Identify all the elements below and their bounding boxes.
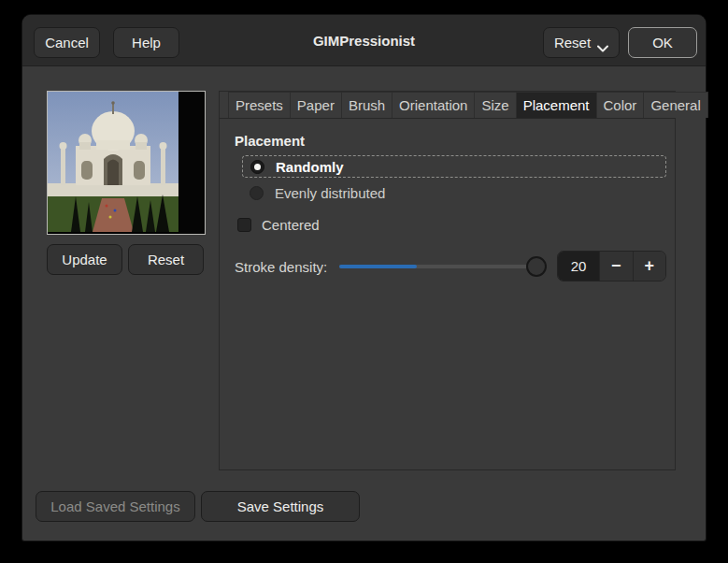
reset-menu-label: Reset — [554, 35, 591, 51]
preview-image — [48, 92, 178, 232]
checkbox-unchecked-icon — [237, 218, 251, 232]
cancel-button[interactable]: Cancel — [34, 27, 100, 58]
settings-notebook: Presets Paper Brush Orientation Size Pla… — [219, 91, 676, 470]
radio-evenly-label: Evenly distributed — [275, 185, 385, 201]
preview-reset-button[interactable]: Reset — [128, 244, 204, 275]
tab-color[interactable]: Color — [596, 92, 645, 118]
radio-off-icon — [250, 186, 264, 200]
slider-fill — [339, 265, 417, 268]
centered-label: Centered — [262, 217, 320, 233]
stroke-density-slider[interactable] — [339, 252, 540, 282]
tab-presets[interactable]: Presets — [228, 92, 291, 118]
reset-menu-button[interactable]: Reset — [543, 27, 620, 58]
preview-frame — [47, 91, 206, 235]
load-saved-settings-button[interactable]: Load Saved Settings — [36, 491, 195, 522]
tab-strip: Presets Paper Brush Orientation Size Pla… — [220, 92, 675, 119]
tab-orientation[interactable]: Orientation — [392, 92, 475, 118]
gimpressionist-dialog: GIMPressionist Cancel Help Reset OK — [22, 15, 706, 541]
preview-letterbox — [179, 92, 205, 234]
update-button[interactable]: Update — [47, 244, 122, 275]
decrement-button[interactable]: − — [599, 252, 633, 281]
save-settings-button[interactable]: Save Settings — [201, 491, 360, 522]
slider-handle[interactable] — [526, 256, 547, 277]
headerbar: GIMPressionist Cancel Help Reset OK — [22, 15, 706, 66]
ok-button[interactable]: OK — [628, 27, 697, 58]
tab-size[interactable]: Size — [474, 92, 516, 118]
plus-icon: + — [644, 256, 654, 276]
radio-evenly-distributed[interactable]: Evenly distributed — [242, 181, 666, 204]
stroke-density-label: Stroke density: — [235, 259, 327, 275]
tab-paper[interactable]: Paper — [290, 92, 342, 118]
radio-randomly[interactable]: Randomly — [242, 155, 666, 178]
tab-placement[interactable]: Placement — [516, 92, 597, 118]
radio-randomly-label: Randomly — [276, 159, 344, 175]
stroke-density-value[interactable]: 20 — [558, 252, 599, 281]
placement-heading: Placement — [235, 133, 305, 149]
centered-checkbox-row[interactable]: Centered — [237, 213, 320, 236]
tab-general[interactable]: General — [643, 92, 707, 118]
chevron-down-icon — [597, 39, 608, 47]
tab-brush[interactable]: Brush — [341, 92, 393, 118]
help-button[interactable]: Help — [113, 27, 179, 58]
increment-button[interactable]: + — [633, 252, 666, 281]
minus-icon: − — [611, 256, 621, 276]
stroke-density-spinbox: 20 − + — [557, 251, 666, 282]
radio-on-icon — [250, 160, 264, 174]
